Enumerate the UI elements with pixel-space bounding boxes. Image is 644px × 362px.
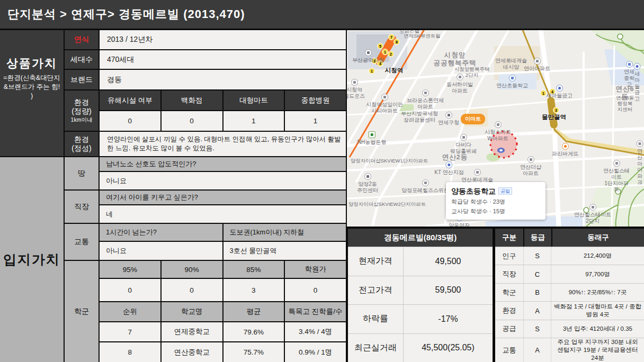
building-icon (637, 140, 643, 147)
column-header: 85% (223, 261, 284, 278)
cell-value: 79.6% (223, 322, 284, 341)
column-header: 유해시설 여부 (100, 91, 160, 110)
cell-value: 0 (162, 111, 222, 131)
map-label: 연제롯데캐슬 데시앙 (495, 58, 527, 70)
cell-value: 연제중학교 (162, 322, 222, 341)
district-label: 연산2동 (442, 153, 468, 161)
svg-text:2: 2 (390, 52, 392, 56)
category-value: 97,700명 (551, 265, 644, 283)
row-land: 땅 남녀노소 선호도 압도적인가? 아니요 (65, 157, 346, 189)
row-env-qualitative: 환경 (정성) 연양라인에 살포시 끼일 수 있음. 대형마트 인접해 있고, … (65, 132, 346, 156)
price-row-label: 최근실거래 (348, 334, 404, 362)
transit-question-2: 도보권(1km이내) 지하철 (223, 224, 346, 241)
school-info-box[interactable]: 양동초등학교공립 학급당 학생수 · 23명 교사당 학생수 · 15명 (446, 182, 545, 220)
column-header: 학교명 (162, 302, 222, 321)
building-icon (351, 79, 358, 86)
map-label: NH농협은행 (357, 131, 386, 146)
price-table-title: 경동메르빌(80/35평) (348, 229, 493, 247)
price-table: 경동메르빌(80/35평) 현재가격 49,500 전고가격 59,500 하락… (348, 229, 493, 362)
map-label: 양정포레힐즈스위첸 (401, 179, 449, 194)
category-label: 직장 (495, 265, 524, 283)
school-icon (626, 61, 633, 68)
cell-value: 0 (285, 279, 346, 301)
product-value-subtitle: =환경(신축&대단지&브랜드가 주는 힘! ) (0, 74, 64, 101)
bakery-icon (562, 143, 569, 150)
building-icon (381, 94, 388, 101)
row-work: 직장 여기서 아이를 키우고 싶은가? 네 (65, 191, 346, 223)
row-brand: 브랜드 경동 (65, 70, 346, 89)
building-icon (460, 134, 467, 141)
table-row: 현재가격 49,500 (348, 247, 493, 276)
svg-text:8: 8 (396, 40, 398, 44)
brand-value: 경동 (100, 70, 346, 89)
env-qual-label: 환경 (정성) (65, 132, 99, 156)
category-label: 학군 (495, 284, 524, 301)
map-label: 연산힐스테이트 1단지아파트 (603, 160, 630, 193)
school-label: 학군 (65, 261, 99, 362)
map-label: 연이아파트 (524, 58, 550, 72)
breadcrumb[interactable]: 단지분석 > 연제구> 경동메르빌 (2013,470) (0, 0, 644, 29)
category-value: 주요 업무 지구까지 30분 내외 센텀지구 19분 / 국제금융센터 24분 (551, 338, 644, 362)
school-table-header-row: 순위 학교명 평균 특목고 진학률/수 (100, 302, 346, 321)
map-label: 연산아이파크 (637, 140, 643, 186)
year-label: 연식 (74, 35, 89, 44)
map-label: 파리바게뜨 (552, 143, 578, 157)
school-icon (509, 75, 516, 82)
cell-value: 3 (223, 279, 284, 301)
map-label: 부산지방국세청 장려금융센터 (401, 111, 438, 123)
school-table-row: 7 연제중학교 79.6% 3.4% / 4명 (100, 322, 346, 341)
price-row-label: 전고가격 (348, 276, 404, 305)
env-quant-label: 환경 (정량) 1km이내 (65, 91, 99, 131)
cell-value: 0.9% / 1명 (285, 342, 346, 362)
product-value-header: 상품가치 =환경(신축&대단지&브랜드가 주는 힘! ) (0, 30, 64, 156)
map-label: 시청스마트 W아파트 (485, 121, 511, 142)
column-header: 등급 (524, 229, 551, 247)
column-header: 학원가 (285, 261, 346, 278)
row-school: 학군 95% 90% 85% 학원가 0 0 3 0 (65, 261, 346, 362)
year-value: 2013 / 12년차 (100, 30, 346, 49)
building-icon (457, 74, 463, 80)
category-label: 환경 (495, 302, 524, 319)
brand-label: 브랜드 (65, 70, 99, 89)
category-value: 3년 입주: 4120세대 / 0.35 (551, 320, 644, 338)
price-row-value: 59,500 (404, 276, 493, 305)
map-label: 새마을금고 (546, 85, 573, 99)
table-row: 직장 C 97,700명 (495, 265, 644, 283)
map-label: KT 연산지점 (434, 161, 463, 176)
table-row: 공급 S 3년 입주: 4120세대 / 0.35 (495, 320, 644, 338)
grade-badge: S (524, 247, 551, 265)
column-header: 순위 (100, 302, 160, 321)
category-value: 백화점 1곳 / 대형마트 4곳 / 종합병원 4곳 (551, 302, 644, 319)
env-quant-value-row: 0 0 1 1 (100, 111, 346, 131)
price-row-label: 하락률 (348, 305, 404, 333)
table-row: 전고가격 59,500 (348, 276, 493, 305)
grade-badge: S (524, 320, 551, 338)
svg-text:3: 3 (555, 108, 557, 112)
work-question: 여기서 아이를 키우고 싶은가? (100, 191, 346, 204)
table-row: 최근실거래 45,500(25.05) (348, 333, 493, 362)
category-value: 212,400명 (551, 247, 644, 265)
category-label: 인구 (495, 247, 524, 265)
land-answer: 아니요 (100, 172, 346, 189)
map-label: 다비다 웨딩홀뷔페 (450, 134, 477, 155)
svg-text:1: 1 (542, 92, 544, 95)
map-label: 브라운스톤연제 아파트 (407, 89, 444, 110)
location-value-header: 입지가치 (0, 157, 64, 362)
bank-icon (556, 85, 563, 92)
building-icon (589, 204, 596, 211)
section-product-value: 상품가치 =환경(신축&대단지&브랜드가 주는 힘! ) 연식 2013 / 1… (0, 30, 346, 156)
map-label: 연제구청 (438, 112, 459, 126)
building-icon (422, 89, 429, 96)
map-label: 연산더샵 아파트 (520, 156, 541, 177)
school-pct-value-row: 0 0 3 0 (100, 279, 346, 301)
map-label: 양정자이더샵SKVIEW1단지아파트 (351, 158, 428, 164)
district-comparison-table: 구분 등급 동래구 인구 S 212,400명 직장 C 97,700명 학군 … (495, 229, 644, 362)
env-quant-header-row: 유해시설 여부 백화점 대형마트 종합병원 (100, 91, 346, 110)
svg-text:7: 7 (390, 35, 392, 39)
section-location-value: 입지가치 땅 남녀노소 선호도 압도적인가? 아니요 직장 여기서 아이를 키우… (0, 157, 346, 362)
government-icon (365, 49, 372, 56)
map[interactable]: 7 8 5 1 2 3 4 1 1 4 3 오피스텔 연제SK뷰센트럴 부산광역… (347, 30, 644, 227)
cell-value: 1 (285, 111, 346, 131)
map-label: 시청역성일이안 시티아파트 (366, 94, 403, 114)
svg-text:1: 1 (384, 50, 386, 54)
